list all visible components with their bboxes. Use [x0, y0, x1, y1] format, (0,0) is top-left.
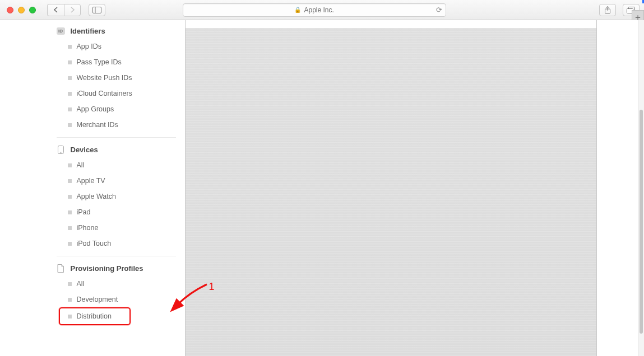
- sidebar-item-ipod-touch[interactable]: iPod Touch: [48, 236, 185, 251]
- sidebar-item-label: Development: [77, 294, 118, 305]
- sidebar-item-pass-type-ids[interactable]: Pass Type IDs: [48, 54, 185, 70]
- bullet-icon: [68, 92, 72, 96]
- scroll-thumb[interactable]: [640, 110, 643, 334]
- section-title: Provisioning Profiles: [71, 264, 143, 273]
- section-title: Devices: [71, 146, 98, 154]
- bullet-icon: [68, 179, 72, 183]
- bullet-icon: [68, 45, 72, 49]
- sidebar-item-website-push-ids[interactable]: Website Push IDs: [48, 70, 185, 86]
- lock-icon: 🔒: [294, 7, 301, 13]
- sidebar-item-label: App IDs: [77, 41, 101, 51]
- sidebar-item-label: iPod Touch: [77, 238, 112, 249]
- bullet-icon: [68, 163, 72, 167]
- bullet-icon: [68, 123, 72, 127]
- address-bar[interactable]: 🔒 Apple Inc. ⟳: [183, 3, 446, 17]
- bullet-icon: [68, 107, 72, 111]
- sidebar-item-label: Distribution: [77, 311, 112, 321]
- page-content-area: [185, 20, 597, 356]
- safari-toolbar: 🔒 Apple Inc. ⟳: [0, 0, 644, 20]
- svg-rect-0: [93, 7, 101, 13]
- section-identifiers[interactable]: ID Identifiers: [48, 24, 185, 39]
- sidebar-item-devices-all[interactable]: All: [48, 157, 185, 173]
- bullet-icon: [68, 195, 72, 199]
- sidebar-item-merchant-ids[interactable]: Merchant IDs: [48, 117, 185, 133]
- document-icon: [57, 264, 65, 273]
- svg-point-7: [60, 152, 61, 153]
- back-button[interactable]: [47, 4, 64, 16]
- section-title: Identifiers: [71, 27, 105, 35]
- device-icon: [57, 146, 65, 154]
- share-button[interactable]: [599, 4, 616, 16]
- show-sidebar-button[interactable]: [89, 4, 105, 16]
- bullet-icon: [68, 76, 72, 80]
- close-window-button[interactable]: [7, 7, 13, 13]
- sidebar-item-profiles-all[interactable]: All: [48, 276, 185, 292]
- bullet-icon: [68, 298, 72, 302]
- sidebar-item-apple-tv[interactable]: Apple TV: [48, 173, 185, 189]
- sidebar-item-label: Apple Watch: [77, 191, 116, 202]
- window-controls: [7, 7, 36, 13]
- nav-buttons-group: [47, 4, 81, 16]
- sidebar-item-label: Apple TV: [77, 176, 105, 186]
- zoom-window-button[interactable]: [29, 7, 36, 13]
- divider: [57, 256, 176, 256]
- bullet-icon: [68, 315, 72, 318]
- sidebar-item-label: iPad: [77, 207, 91, 217]
- site-label: Apple Inc.: [304, 6, 333, 14]
- sidebar-item-label: All: [77, 279, 85, 289]
- sidebar-item-label: Website Push IDs: [77, 73, 132, 83]
- reload-icon[interactable]: ⟳: [436, 6, 442, 14]
- sidebar-item-label: All: [77, 160, 85, 170]
- content-wrap: ID Identifiers App IDs Pass Type IDs Web…: [48, 20, 597, 356]
- sidebar-item-app-groups[interactable]: App Groups: [48, 101, 185, 117]
- sidebar-item-iphone[interactable]: iPhone: [48, 220, 185, 236]
- main-area: ID Identifiers App IDs Pass Type IDs Web…: [0, 20, 644, 356]
- sidebar-item-label: Merchant IDs: [77, 120, 118, 130]
- bullet-icon: [68, 242, 72, 246]
- sidebar-item-apple-watch[interactable]: Apple Watch: [48, 189, 185, 204]
- bullet-icon: [68, 226, 72, 230]
- sidebar-item-icloud-containers[interactable]: iCloud Containers: [48, 86, 185, 101]
- sidebar-item-distribution[interactable]: Distribution: [59, 307, 131, 325]
- section-provisioning-profiles[interactable]: Provisioning Profiles: [48, 261, 185, 276]
- sidebar-item-ipad[interactable]: iPad: [48, 204, 185, 220]
- sidebar: ID Identifiers App IDs Pass Type IDs Web…: [48, 20, 185, 356]
- scrollbar[interactable]: [638, 20, 644, 356]
- sidebar-item-label: App Groups: [77, 104, 114, 114]
- sidebar-item-development[interactable]: Development: [48, 292, 185, 307]
- forward-button[interactable]: [64, 4, 81, 16]
- sidebar-item-app-ids[interactable]: App IDs: [48, 39, 185, 54]
- sidebar-item-label: iPhone: [77, 223, 99, 233]
- minimize-window-button[interactable]: [18, 7, 25, 13]
- id-badge-icon: ID: [57, 27, 65, 35]
- bullet-icon: [68, 282, 72, 286]
- section-devices[interactable]: Devices: [48, 142, 185, 157]
- divider: [57, 137, 176, 138]
- bullet-icon: [68, 60, 72, 64]
- sidebar-item-label: iCloud Containers: [77, 88, 132, 99]
- sidebar-item-label: Pass Type IDs: [77, 57, 122, 67]
- bullet-icon: [68, 210, 72, 214]
